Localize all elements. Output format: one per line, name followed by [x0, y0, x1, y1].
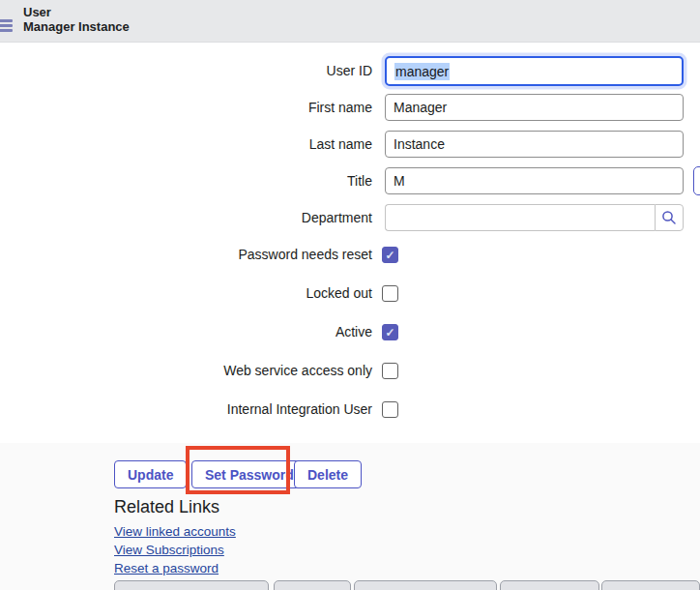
related-list-tabs	[0, 580, 700, 590]
update-button[interactable]: Update	[114, 460, 187, 488]
user-id-label: User ID	[0, 57, 372, 84]
related-list-tab[interactable]	[354, 580, 497, 590]
first-name-label: First name	[0, 94, 372, 121]
locked-out-checkbox[interactable]: ✓	[382, 285, 398, 302]
title-input[interactable]	[385, 167, 684, 194]
form-footer: Update Set Password Delete Related Links…	[0, 443, 700, 590]
last-name-label: Last name	[0, 131, 372, 158]
page-title: User Manager Instance	[23, 5, 130, 34]
view-subscriptions-link[interactable]: View Subscriptions	[114, 543, 236, 557]
page-title-record-name: Manager Instance	[23, 19, 130, 34]
page-title-record-type: User	[23, 5, 130, 19]
web-service-access-only-label: Web service access only	[0, 363, 372, 379]
user-form-screen: User Manager Instance User ID manager Fi…	[0, 0, 700, 590]
set-password-button[interactable]: Set Password	[191, 460, 307, 488]
internal-integration-user-checkbox[interactable]: ✓	[382, 401, 398, 418]
related-list-tab[interactable]	[274, 580, 351, 590]
locked-out-label: Locked out	[0, 285, 372, 302]
reset-a-password-link[interactable]: Reset a password	[114, 561, 236, 575]
title-label: Title	[0, 167, 372, 194]
web-service-access-only-checkbox[interactable]: ✓	[382, 363, 398, 379]
form-header: User Manager Instance	[0, 0, 700, 43]
internal-integration-user-label: Internal Integration User	[0, 401, 372, 418]
check-icon: ✓	[385, 327, 394, 339]
active-label: Active	[0, 324, 372, 340]
related-list-tab[interactable]	[114, 580, 269, 590]
check-icon: ✓	[385, 250, 394, 261]
last-name-input[interactable]	[385, 131, 684, 158]
selected-text: manager	[394, 63, 450, 80]
department-input[interactable]	[385, 204, 655, 231]
view-linked-accounts-link[interactable]: View linked accounts	[114, 524, 236, 539]
related-links-list: View linked accounts View Subscriptions …	[114, 524, 236, 575]
related-list-tab[interactable]	[500, 580, 599, 590]
first-name-input[interactable]	[385, 94, 684, 121]
department-label: Department	[0, 204, 372, 231]
user-id-input[interactable]: manager	[385, 56, 684, 86]
department-lookup-button[interactable]	[655, 204, 684, 231]
password-needs-reset-checkbox[interactable]: ✓	[382, 247, 398, 263]
related-list-tab[interactable]	[601, 580, 700, 590]
search-icon	[661, 210, 677, 225]
delete-button[interactable]: Delete	[294, 460, 362, 488]
edge-cutoff-button[interactable]	[693, 166, 700, 195]
active-checkbox[interactable]: ✓	[382, 324, 398, 340]
menu-icon[interactable]	[0, 19, 13, 35]
related-links-heading: Related Links	[114, 497, 219, 517]
password-needs-reset-label: Password needs reset	[0, 247, 372, 263]
